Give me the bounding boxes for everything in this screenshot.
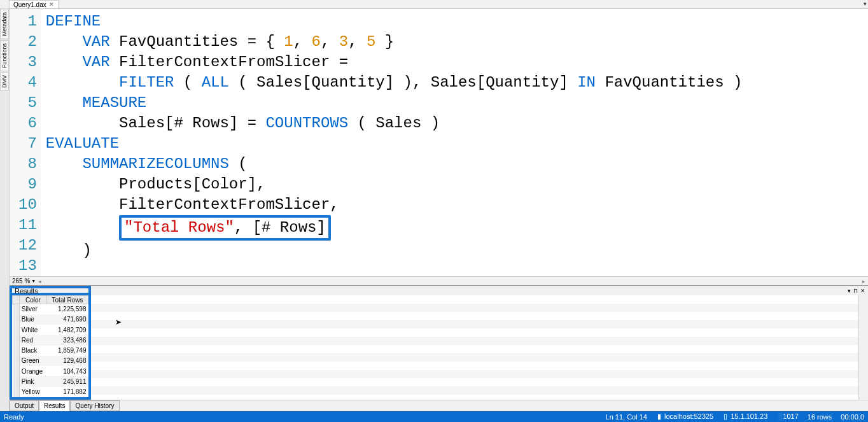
code-token: Sales[# Rows] = — [46, 115, 266, 132]
code-token: , — [321, 33, 339, 50]
zoom-dropdown[interactable]: 265 % ▼ — [12, 278, 36, 285]
cell-color: Silver — [19, 304, 46, 314]
highlighted-expression: "Total Rows", [# Rows] — [119, 215, 331, 241]
status-version: ▯ 15.1.101.23 — [722, 412, 767, 421]
status-cursor-position: Ln 11, Col 14 — [606, 413, 647, 421]
status-time: 00:00.0 — [841, 413, 864, 421]
code-token: VAR — [46, 53, 110, 71]
table-row[interactable]: Yellow171,882 — [13, 387, 88, 397]
code-token: SUMMARIZECOLUMNS — [82, 155, 228, 172]
close-icon[interactable]: ✕ — [49, 1, 54, 8]
tab-results[interactable]: Results — [39, 400, 70, 411]
code-content[interactable]: DEFINE VAR FavQuantities = { 1, 6, 3, 5 … — [41, 9, 868, 276]
code-token: FILTER — [119, 74, 174, 91]
tab-output[interactable]: Output — [10, 400, 39, 411]
code-token: IN — [577, 74, 596, 91]
cell-total: 245,911 — [47, 376, 88, 386]
status-ready: Ready — [4, 413, 24, 421]
cell-total: 104,743 — [47, 366, 88, 376]
cursor-icon: ➤ — [115, 318, 122, 327]
panel-menu-icon[interactable]: ▾ — [848, 288, 851, 294]
table-row[interactable]: Silver1,225,598 — [13, 304, 88, 314]
code-token: , — [293, 33, 312, 50]
status-bar: Ready Ln 11, Col 14 ▮ localhost:52325 ▯ … — [0, 411, 868, 422]
code-token: ( — [174, 74, 201, 91]
row-header-corner — [13, 296, 20, 304]
cell-color: Green — [19, 356, 46, 366]
table-row[interactable]: Blue471,690 — [13, 314, 88, 325]
table-row[interactable]: White1,482,709 — [13, 325, 88, 335]
line-number-gutter: 12345678910111213 — [10, 9, 41, 276]
pin-icon[interactable]: ⊓ — [853, 288, 858, 294]
user-icon: 👤 — [776, 412, 783, 421]
code-token: ( Sales ) — [348, 115, 440, 132]
table-row[interactable]: Orange104,743 — [13, 366, 88, 376]
side-tab-dmv[interactable]: DMV — [0, 72, 9, 91]
code-token: ( — [229, 155, 248, 172]
scrollbar-thumb[interactable] — [860, 296, 867, 309]
scroll-left-icon[interactable]: ◂ — [38, 278, 41, 285]
table-row[interactable]: Red323,486 — [13, 335, 88, 345]
cell-color: Yellow — [19, 387, 46, 397]
code-token: FilterContextFromSlicer = — [110, 53, 348, 71]
cell-total: 171,882 — [47, 387, 88, 397]
code-token — [46, 94, 83, 111]
cell-total: 1,482,709 — [47, 325, 88, 335]
tab-query-history[interactable]: Query History — [70, 400, 119, 411]
code-token: 6 — [312, 33, 321, 50]
scroll-right-icon[interactable]: ▸ — [862, 278, 865, 285]
zoom-value: 265 % — [12, 278, 30, 285]
code-token: EVALUATE — [46, 135, 119, 152]
cell-color: Orange — [19, 366, 46, 376]
results-header-row: Color Total Rows — [13, 296, 88, 304]
table-row[interactable]: Pink245,911 — [13, 376, 88, 386]
column-header-color[interactable]: Color — [19, 296, 46, 304]
cell-total: 1,859,749 — [47, 346, 88, 356]
code-token: 1 — [284, 33, 293, 50]
results-table[interactable]: Color Total Rows Silver1,225,598Blue471,… — [12, 295, 88, 397]
code-token — [46, 74, 119, 91]
document-tab[interactable]: Query1.dax ✕ — [9, 0, 59, 8]
code-token: MEASURE — [82, 94, 146, 111]
code-token: FavQuantities = { — [110, 33, 284, 50]
cell-total: 129,468 — [47, 356, 88, 366]
cell-color: White — [19, 325, 46, 335]
column-header-total[interactable]: Total Rows — [47, 296, 88, 304]
code-token — [46, 155, 83, 172]
bottom-tab-strip: Output Results Query History — [10, 400, 868, 411]
cell-color: Pink — [19, 376, 46, 386]
side-tab-functions[interactable]: Functions — [0, 40, 9, 71]
status-rows: 16 rows — [808, 413, 832, 421]
status-server: ▮ localhost:52325 — [656, 412, 713, 421]
code-token: FilterContextFromSlicer, — [46, 196, 339, 213]
code-token: "Total Rows" — [124, 219, 234, 236]
document-tab-title: Query1.dax — [13, 1, 46, 8]
results-title-label: Results — [15, 287, 38, 295]
cell-color: Black — [19, 346, 46, 356]
code-token: FavQuantities ) — [596, 74, 742, 91]
status-users: 👤1017 — [776, 412, 798, 421]
table-row[interactable]: Black1,859,749 — [13, 346, 88, 356]
code-token: VAR — [46, 33, 110, 50]
code-token: Products[Color], — [46, 176, 266, 193]
server-icon: ▮ — [656, 412, 662, 421]
editor-footer: 265 % ▼ ◂ ▸ — [10, 276, 868, 285]
table-row[interactable]: Green129,468 — [13, 356, 88, 366]
code-editor[interactable]: 12345678910111213 DEFINE VAR FavQuantiti… — [10, 9, 868, 276]
db-icon: ▯ — [722, 412, 729, 421]
cell-color: Red — [19, 335, 46, 345]
document-tab-bar: Query1.dax ✕ ▾ — [0, 0, 868, 9]
code-token — [46, 219, 119, 236]
code-token: , — [348, 33, 367, 50]
cell-total: 323,486 — [47, 335, 88, 345]
results-empty-area: ➤ — [91, 295, 868, 400]
side-tab-metadata[interactable]: Metadata — [0, 9, 9, 39]
code-token: , [# Rows] — [234, 219, 326, 236]
side-tab-strip: Metadata Functions DMV — [0, 9, 10, 411]
results-panel: Results ▾ ⊓ ✕ — [10, 285, 868, 400]
code-token: ) — [46, 242, 92, 259]
dropdown-icon[interactable]: ▾ — [864, 1, 867, 7]
code-token: } — [375, 33, 394, 50]
close-icon[interactable]: ✕ — [860, 288, 865, 294]
cell-color: Blue — [19, 314, 46, 325]
